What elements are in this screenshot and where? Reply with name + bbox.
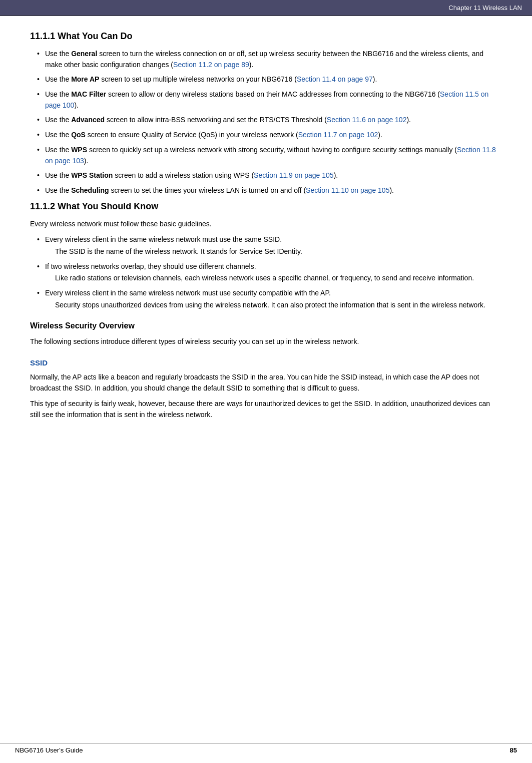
bold-qos: QoS bbox=[71, 131, 86, 139]
link-section-11-8[interactable]: Section 11.8 on page 103 bbox=[45, 146, 496, 165]
bold-advanced: Advanced bbox=[71, 116, 105, 124]
list-item: Use the MAC Filter screen to allow or de… bbox=[35, 89, 502, 111]
bold-mac-filter: MAC Filter bbox=[71, 90, 106, 98]
list-item: Use the General screen to turn the wirel… bbox=[35, 49, 502, 70]
bold-more-ap: More AP bbox=[71, 75, 99, 83]
bold-wps: WPS bbox=[71, 146, 87, 154]
bullet-sub-1: The SSID is the name of the wireless net… bbox=[45, 246, 502, 257]
ssid-para1: Normally, the AP acts like a beacon and … bbox=[30, 372, 502, 394]
link-section-11-7[interactable]: Section 11.7 on page 102 bbox=[298, 131, 378, 139]
page-footer: NBG6716 User's Guide 85 bbox=[0, 743, 532, 754]
wireless-security-heading: Wireless Security Overview bbox=[30, 321, 502, 330]
list-item: Use the Scheduling screen to set the tim… bbox=[35, 185, 502, 196]
list-item: Every wireless client in the same wirele… bbox=[35, 234, 502, 257]
link-section-11-4[interactable]: Section 11.4 on page 97 bbox=[297, 75, 373, 83]
list-item: Use the Advanced screen to allow intra-B… bbox=[35, 115, 502, 126]
bold-general: General bbox=[71, 50, 97, 58]
footer-page-number: 85 bbox=[510, 746, 517, 754]
list-item: Use the WPS Station screen to add a wire… bbox=[35, 170, 502, 181]
ssid-para2: This type of security is fairly weak, ho… bbox=[30, 399, 502, 420]
bullet-sub-2: Like radio stations or television channe… bbox=[45, 273, 502, 284]
content-area: 11.1.1 What You Can Do Use the General s… bbox=[0, 16, 532, 456]
bullet-main-3: Every wireless client in the same wirele… bbox=[45, 289, 331, 297]
wireless-security-intro: The following sections introduce differe… bbox=[30, 336, 502, 347]
header-chapter-title: Chapter 11 Wireless LAN bbox=[448, 4, 522, 12]
list-item: If two wireless networks overlap, they s… bbox=[35, 261, 502, 284]
section-11-1-1-bullets: Use the General screen to turn the wirel… bbox=[30, 49, 502, 196]
list-item: Every wireless client in the same wirele… bbox=[35, 288, 502, 310]
section-11-1-2-heading: 11.1.2 What You Should Know bbox=[30, 201, 502, 212]
link-section-11-9[interactable]: Section 11.9 on page 105 bbox=[254, 171, 334, 179]
list-item: Use the QoS screen to ensure Quality of … bbox=[35, 130, 502, 141]
section-11-1-1-heading: 11.1.1 What You Can Do bbox=[30, 31, 502, 42]
bullet-sub-3: Security stops unauthorized devices from… bbox=[45, 300, 502, 311]
list-item: Use the WPS screen to quickly set up a w… bbox=[35, 145, 502, 166]
page-header: Chapter 11 Wireless LAN bbox=[0, 0, 532, 16]
section-11-1-2-bullets: Every wireless client in the same wirele… bbox=[30, 234, 502, 310]
ssid-heading: SSID bbox=[30, 358, 502, 367]
link-section-11-6[interactable]: Section 11.6 on page 102 bbox=[327, 116, 407, 124]
link-section-11-5[interactable]: Section 11.5 on page 100 bbox=[45, 90, 488, 109]
list-item: Use the More AP screen to set up multipl… bbox=[35, 74, 502, 85]
page: Chapter 11 Wireless LAN 11.1.1 What You … bbox=[0, 0, 532, 763]
bullet-main-1: Every wireless client in the same wirele… bbox=[45, 235, 282, 243]
link-section-11-2[interactable]: Section 11.2 on page 89 bbox=[173, 61, 249, 69]
section-11-1-2-intro: Every wireless network must follow these… bbox=[30, 219, 502, 230]
bullet-main-2: If two wireless networks overlap, they s… bbox=[45, 262, 256, 270]
footer-left: NBG6716 User's Guide bbox=[15, 746, 83, 754]
bold-wps-station: WPS Station bbox=[71, 171, 113, 179]
bold-scheduling: Scheduling bbox=[71, 186, 109, 194]
link-section-11-10[interactable]: Section 11.10 on page 105 bbox=[306, 186, 389, 194]
